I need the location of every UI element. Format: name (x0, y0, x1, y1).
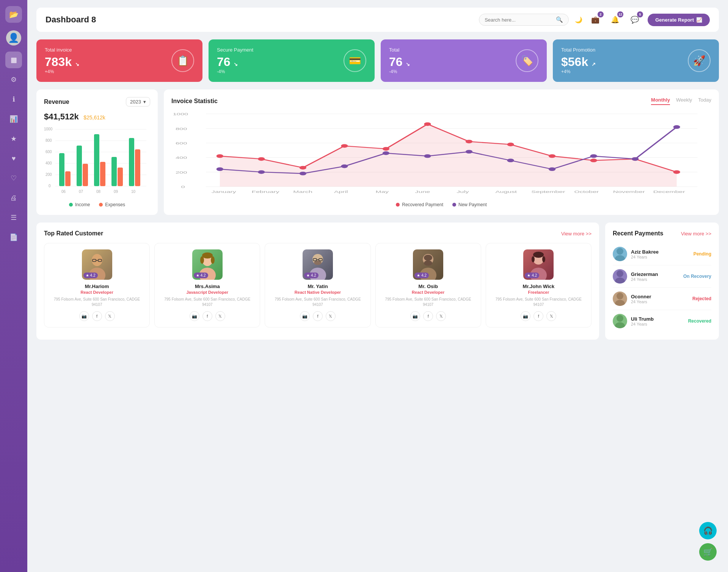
instagram-icon-1[interactable]: 📷 (190, 311, 199, 321)
sidebar-item-heart[interactable]: ♥ (5, 150, 22, 167)
twitter-icon-2[interactable]: 𝕏 (326, 311, 336, 321)
svg-rect-12 (59, 153, 64, 186)
svg-text:0: 0 (181, 185, 185, 189)
svg-text:October: October (574, 190, 599, 194)
customer-address-0: 795 Folsom Ave, Suite 600 San Francisco,… (49, 297, 145, 307)
cart-float-btn[interactable]: 🛒 (699, 543, 717, 561)
payment-age-3: 24 Years (631, 322, 654, 326)
facebook-icon-2[interactable]: f (313, 311, 323, 321)
sidebar-item-document[interactable]: 📄 (5, 229, 22, 246)
svg-point-82 (617, 293, 623, 299)
instagram-icon-2[interactable]: 📷 (300, 311, 310, 321)
sidebar-item-analytics[interactable]: 📊 (5, 111, 22, 127)
recovered-label: Recovered Payment (402, 202, 443, 207)
payment-left-0: Aziz Bakree 24 Years (613, 247, 659, 261)
revenue-amount-row: $41,512k $25,612k (44, 112, 150, 122)
star-icon-2: ★ (306, 273, 310, 277)
instagram-icon-0[interactable]: 📷 (79, 311, 89, 321)
svg-text:September: September (531, 190, 565, 194)
legend-income: Income (69, 202, 90, 207)
recovered-dot-apr (341, 144, 348, 148)
chat-btn[interactable]: 💬 5 (628, 13, 642, 27)
twitter-icon-0[interactable]: 𝕏 (105, 311, 115, 321)
floating-buttons: 🎧 🛒 (699, 522, 717, 561)
invoice-line-chart: 1000 800 600 400 200 0 January February … (171, 110, 711, 197)
customer-address-2: 795 Folsom Ave, Suite 600 San Francisco,… (270, 297, 366, 307)
svg-rect-16 (83, 164, 88, 186)
sidebar-item-dashboard[interactable]: ▦ (5, 52, 22, 68)
rating-value-2: 4.2 (311, 273, 316, 277)
facebook-icon-0[interactable]: f (92, 311, 102, 321)
svg-text:July: July (457, 190, 469, 194)
generate-report-button[interactable]: Generate Report 📈 (648, 14, 710, 26)
new-dot-dec (673, 125, 680, 129)
dark-mode-toggle[interactable]: 🌙 (575, 16, 582, 24)
new-dot-jul (466, 150, 472, 154)
support-float-btn[interactable]: 🎧 (699, 522, 717, 539)
recovered-dot-aug (507, 143, 514, 146)
customers-view-more[interactable]: View more >> (561, 231, 592, 237)
svg-point-62 (211, 256, 215, 264)
search-bar[interactable]: 🔍 (479, 14, 569, 26)
wallet-btn[interactable]: 💼 2 (588, 13, 602, 27)
svg-text:600: 600 (176, 141, 187, 146)
bar-chart-icon: 📈 (696, 17, 702, 23)
facebook-icon-4[interactable]: f (533, 311, 543, 321)
sidebar-item-info[interactable]: ℹ (5, 91, 22, 108)
user-avatar[interactable]: 👤 (6, 30, 21, 45)
instagram-icon-3[interactable]: 📷 (410, 311, 420, 321)
svg-text:200: 200 (46, 172, 52, 177)
star-icon-4: ★ (527, 273, 530, 277)
payment-avatar-3 (613, 314, 627, 328)
facebook-icon-3[interactable]: f (423, 311, 433, 321)
new-payment-label: New Payment (458, 202, 487, 207)
payment-age-1: 24 Years (631, 277, 658, 282)
tab-monthly[interactable]: Monthly (651, 97, 670, 105)
tab-today[interactable]: Today (698, 97, 711, 105)
customer-photo-3: ★ 4.2 (413, 249, 443, 280)
logo-icon: 📂 (9, 10, 19, 19)
recovered-dot-oct (590, 158, 597, 162)
payments-view-more[interactable]: View more >> (681, 231, 711, 237)
sidebar-logo[interactable]: 📂 (5, 6, 22, 23)
payment-age-0: 24 Years (631, 255, 659, 259)
sidebar-item-favorites[interactable]: ★ (5, 130, 22, 147)
svg-rect-19 (100, 162, 105, 186)
bottom-row: Top Rated Customer View more >> (36, 223, 719, 340)
sidebar-item-settings[interactable]: ⚙ (5, 71, 22, 88)
bell-btn[interactable]: 🔔 12 (608, 13, 622, 27)
facebook-icon-1[interactable]: f (202, 311, 212, 321)
twitter-icon-1[interactable]: 𝕏 (215, 311, 225, 321)
payment-name-2: Oconner (631, 294, 651, 299)
sidebar-item-print[interactable]: 🖨 (5, 190, 22, 206)
svg-point-79 (615, 255, 625, 261)
customer-social-4: 📷 f 𝕏 (491, 311, 587, 321)
sidebar-item-heart2[interactable]: ♡ (5, 170, 22, 186)
instagram-icon-4[interactable]: 📷 (521, 311, 530, 321)
tab-weekly[interactable]: Weekly (676, 97, 692, 105)
recovered-dot-jan (217, 154, 223, 158)
svg-text:January: January (212, 190, 237, 194)
year-selector[interactable]: 2023 ▾ (126, 97, 150, 107)
svg-point-84 (617, 315, 623, 322)
stat-card-total: Total 76 ↘ -4% 🏷️ (381, 39, 547, 82)
top-customers-card: Top Rated Customer View more >> (36, 223, 599, 340)
promotion-icon: 🚀 (693, 55, 705, 67)
search-input[interactable] (485, 17, 553, 23)
svg-text:800: 800 (176, 127, 187, 131)
expenses-label: Expenses (105, 202, 125, 207)
customer-photo-1: ★ 4.2 (192, 249, 223, 280)
customer-card-2: ★ 4.2 Mr. Yatin React Native Developer 7… (265, 243, 370, 328)
recovered-dot-dec (673, 170, 680, 174)
svg-text:09: 09 (114, 190, 118, 194)
twitter-icon-4[interactable]: 𝕏 (546, 311, 556, 321)
heart-icon: ♥ (12, 155, 16, 163)
star-icon-3: ★ (417, 273, 420, 277)
sidebar-item-menu[interactable]: ☰ (5, 209, 22, 226)
twitter-icon-3[interactable]: 𝕏 (436, 311, 446, 321)
svg-text:June: June (415, 190, 430, 194)
payment-label: Secure Payment (217, 47, 253, 53)
svg-rect-18 (94, 134, 99, 186)
customer-social-0: 📷 f 𝕏 (49, 311, 145, 321)
document-icon: 📄 (9, 233, 18, 241)
